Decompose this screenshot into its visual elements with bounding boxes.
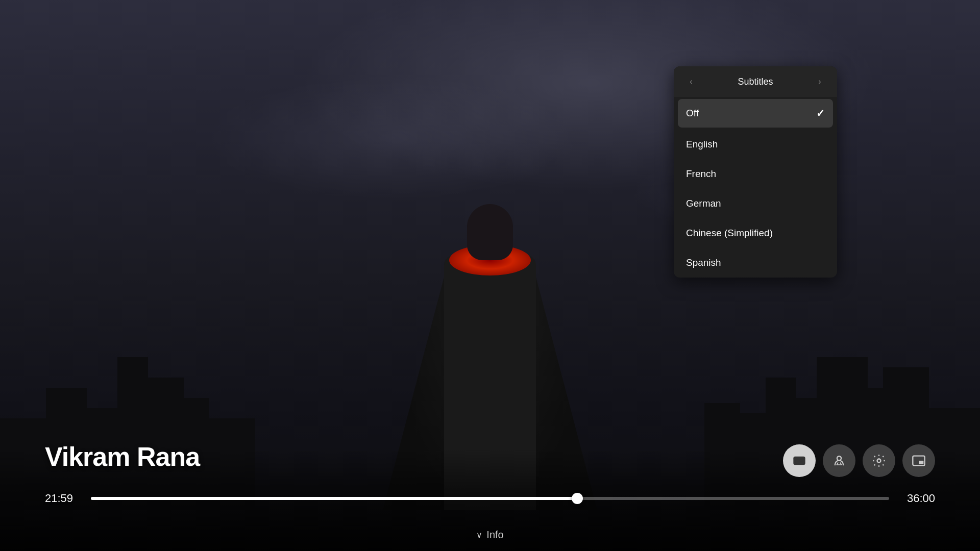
pip-icon — [912, 454, 926, 468]
subtitles-panel: ‹ Subtitles › Off ✓ English French Germa… — [674, 66, 837, 278]
current-time: 21:59 — [45, 492, 81, 505]
svg-text:CC: CC — [796, 459, 803, 464]
total-time: 36:00 — [899, 492, 935, 505]
subtitle-option-off-label: Off — [686, 108, 699, 119]
pip-button[interactable] — [902, 444, 935, 477]
movie-title: Vikram Rana — [45, 441, 200, 472]
subtitle-selected-check: ✓ — [816, 107, 825, 119]
subtitle-option-spanish-label: Spanish — [686, 257, 721, 268]
subtitle-option-english-label: English — [686, 139, 718, 150]
progress-area: 21:59 36:00 — [45, 492, 935, 505]
settings-button[interactable] — [863, 444, 895, 477]
info-label: Info — [486, 529, 503, 541]
svg-point-2 — [837, 456, 841, 460]
subtitle-option-german-label: German — [686, 198, 721, 209]
subtitle-option-french-label: French — [686, 168, 716, 180]
progress-track[interactable] — [91, 497, 889, 500]
panel-header: ‹ Subtitles › — [674, 66, 837, 97]
info-chevron-icon: ∨ — [476, 530, 482, 540]
subtitle-option-chinese-label: Chinese (Simplified) — [686, 228, 773, 239]
panel-nav-left[interactable]: ‹ — [684, 74, 698, 89]
subtitle-option-chinese[interactable]: Chinese (Simplified) — [674, 218, 837, 248]
audio-icon — [832, 454, 846, 468]
info-bar[interactable]: ∨ Info — [476, 529, 503, 541]
subtitle-option-french[interactable]: French — [674, 159, 837, 189]
subtitles-button[interactable]: CC — [783, 444, 816, 477]
subtitle-option-german[interactable]: German — [674, 189, 837, 218]
subtitle-option-off[interactable]: Off ✓ — [678, 99, 833, 128]
cc-icon: CC — [792, 454, 806, 468]
panel-nav-right[interactable]: › — [813, 74, 827, 89]
controls-row: CC — [783, 444, 935, 477]
progress-thumb[interactable] — [572, 493, 583, 504]
gear-icon — [872, 454, 886, 468]
subtitle-option-spanish[interactable]: Spanish — [674, 248, 837, 278]
svg-rect-5 — [919, 461, 923, 464]
audio-button[interactable] — [823, 444, 855, 477]
progress-fill — [91, 497, 578, 500]
panel-title: Subtitles — [698, 77, 813, 87]
svg-point-3 — [877, 459, 881, 463]
subtitle-option-english[interactable]: English — [674, 130, 837, 159]
